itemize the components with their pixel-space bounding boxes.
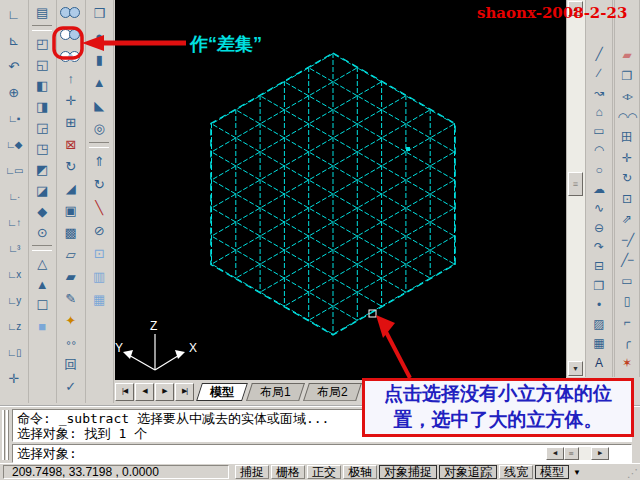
- rotate-faces-icon[interactable]: ↻: [59, 156, 83, 178]
- rectangle-icon[interactable]: ▭: [587, 122, 611, 141]
- spline-icon[interactable]: ∿: [587, 199, 611, 218]
- mirror-icon[interactable]: ◃▹: [615, 86, 639, 107]
- array-icon[interactable]: 田: [615, 127, 639, 148]
- rotate-icon[interactable]: ↻: [615, 168, 639, 189]
- move-icon[interactable]: ✛: [615, 148, 639, 169]
- status-toggle-模型[interactable]: 模型: [535, 465, 569, 479]
- scroll-down-icon[interactable]: ▼: [568, 361, 583, 376]
- interfere-icon[interactable]: ⊡: [87, 242, 111, 265]
- back-view-icon[interactable]: ◳: [30, 138, 54, 159]
- sw-isometric-view-icon[interactable]: ◩: [30, 159, 54, 180]
- offset-faces-icon[interactable]: ⊞: [59, 112, 83, 134]
- solid-torus-icon[interactable]: ◎: [87, 117, 111, 140]
- status-toggle-栅格[interactable]: 栅格: [271, 465, 305, 479]
- shell-icon[interactable]: 回: [59, 354, 83, 376]
- insert-block-icon[interactable]: ⊟: [587, 257, 611, 276]
- x-rotate-ucs-icon[interactable]: ∟x: [2, 262, 26, 288]
- color-edges-icon[interactable]: ▰: [59, 266, 83, 288]
- z-axis-vector-ucs-icon[interactable]: ∟↑: [2, 210, 26, 236]
- named-views-icon[interactable]: ▤: [30, 2, 54, 23]
- face-ucs-icon[interactable]: ∟◆: [2, 132, 26, 158]
- apply-ucs-icon[interactable]: ∟▯: [2, 340, 26, 366]
- status-toggle-捕捉[interactable]: 捕捉: [235, 465, 269, 479]
- bottom-view-icon[interactable]: ◱: [30, 54, 54, 75]
- multiline-text-icon[interactable]: A: [587, 354, 611, 373]
- status-toggle-对象追踪[interactable]: 对象追踪: [439, 465, 497, 479]
- ucs-ii-icon[interactable]: ⊾: [2, 28, 26, 54]
- line-icon[interactable]: ╱: [587, 45, 611, 64]
- polygon-icon[interactable]: ⌂: [587, 103, 611, 122]
- check-solid-icon[interactable]: ✓: [59, 376, 83, 398]
- command-input-line[interactable]: 选择对象: ◀ ≡ ▶: [12, 444, 632, 463]
- imprint-icon[interactable]: ✎: [59, 288, 83, 310]
- ellipse-icon[interactable]: ⊖: [587, 219, 611, 238]
- tab-nav-prev[interactable]: ◀: [135, 383, 154, 401]
- status-toggle-极轴[interactable]: 极轴: [343, 465, 377, 479]
- offset-icon[interactable]: ◠◠: [615, 107, 639, 128]
- se-isometric-view-icon[interactable]: ◪: [30, 180, 54, 201]
- break-at-point-icon[interactable]: ▭: [615, 271, 639, 292]
- copy-object-icon[interactable]: ❐: [615, 66, 639, 87]
- chamfer-icon[interactable]: ⌐: [615, 312, 639, 333]
- ne-isometric-view-icon[interactable]: ◆: [30, 201, 54, 222]
- delete-faces-icon[interactable]: ⊠: [59, 134, 83, 156]
- copy-faces-icon[interactable]: ▣: [59, 200, 83, 222]
- tab-nav-last[interactable]: ▶|: [175, 383, 194, 401]
- trim-icon[interactable]: −╱: [615, 230, 639, 251]
- front-view-icon[interactable]: ◲: [30, 117, 54, 138]
- hidden-shade-icon[interactable]: ☐: [30, 295, 54, 316]
- separate-solids-icon[interactable]: ∘∘: [59, 332, 83, 354]
- status-toggle-正交[interactable]: 正交: [307, 465, 341, 479]
- status-toggle-线宽[interactable]: 线宽: [499, 465, 533, 479]
- circle-icon[interactable]: ○: [587, 161, 611, 180]
- make-block-icon[interactable]: ❐: [587, 277, 611, 296]
- copy-edges-icon[interactable]: ▱: [59, 244, 83, 266]
- 3d-wireframe-shade-icon[interactable]: ▲: [30, 274, 54, 295]
- hatch-icon[interactable]: ▨: [587, 315, 611, 334]
- section-icon[interactable]: ⊘: [87, 219, 111, 242]
- ellipse-arc-icon[interactable]: ↷: [587, 238, 611, 257]
- 3-point-ucs-icon[interactable]: ∟³: [2, 236, 26, 262]
- polyline-icon[interactable]: ↝: [587, 84, 611, 103]
- scroll-left-icon[interactable]: ◀: [546, 447, 564, 460]
- z-rotate-ucs-icon[interactable]: ∟z: [2, 314, 26, 340]
- tab-布局1[interactable]: 布局1: [246, 383, 305, 401]
- taper-faces-icon[interactable]: ◢: [59, 178, 83, 200]
- intersect-icon[interactable]: [59, 46, 83, 68]
- flat-shaded-icon[interactable]: ■: [30, 316, 54, 337]
- command-scroll-thumb[interactable]: ≡: [564, 447, 579, 460]
- command-hscrollbar[interactable]: ◀ ≡ ▶: [546, 447, 609, 460]
- color-faces-icon[interactable]: ▩: [59, 222, 83, 244]
- ucs-icon[interactable]: ∟: [2, 2, 26, 28]
- object-ucs-icon[interactable]: ∟▪: [2, 106, 26, 132]
- setup-view-icon[interactable]: ▦: [87, 288, 111, 311]
- tab-模型[interactable]: 模型: [196, 383, 248, 401]
- tab-nav-next[interactable]: ▶: [155, 383, 174, 401]
- y-rotate-ucs-icon[interactable]: ∟y: [2, 288, 26, 314]
- extrude-faces-icon[interactable]: ↑: [59, 68, 83, 90]
- slice-icon[interactable]: ╲: [87, 196, 111, 219]
- point-icon[interactable]: •: [587, 296, 611, 315]
- world-ucs-icon[interactable]: ⊕: [2, 80, 26, 106]
- revision-cloud-icon[interactable]: ☁: [587, 180, 611, 199]
- clean-icon[interactable]: ✦: [59, 310, 83, 332]
- setup-drawing-icon[interactable]: ▥: [87, 265, 111, 288]
- camera-icon[interactable]: ⊙: [30, 222, 54, 243]
- origin-ucs-icon[interactable]: ∟∙: [2, 184, 26, 210]
- status-menu-arrow-icon[interactable]: ▼: [573, 468, 581, 477]
- stretch-icon[interactable]: ⇗: [615, 209, 639, 230]
- construction-line-icon[interactable]: ∕: [587, 64, 611, 83]
- break-icon[interactable]: ▯: [615, 291, 639, 312]
- command-window-grab-bar[interactable]: [2, 410, 10, 460]
- resize-grip-icon[interactable]: ⋰: [627, 468, 638, 479]
- fillet-icon[interactable]: ╭: [615, 332, 639, 353]
- explode-icon[interactable]: ✶: [615, 353, 639, 374]
- solid-box-icon[interactable]: ❒: [87, 2, 111, 25]
- extend-icon[interactable]: ╱−: [615, 250, 639, 271]
- top-view-icon[interactable]: ◰: [30, 33, 54, 54]
- solid-sphere-icon[interactable]: ●: [87, 25, 111, 48]
- tab-布局2[interactable]: 布局2: [303, 383, 362, 401]
- right-view-icon[interactable]: ◨: [30, 96, 54, 117]
- drawing-area[interactable]: ZYX: [115, 0, 566, 380]
- arc-icon[interactable]: ◠: [587, 141, 611, 160]
